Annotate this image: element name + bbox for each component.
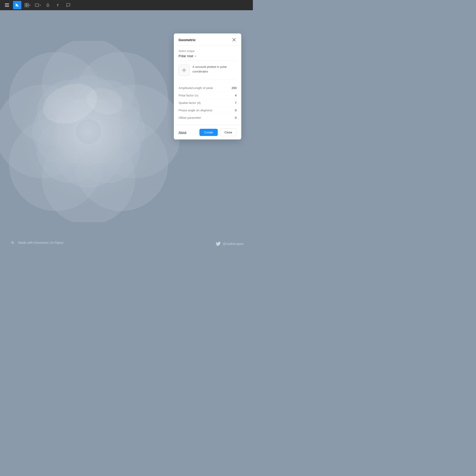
param-value-phase: 0 (235, 109, 237, 112)
geometric-pattern (0, 41, 179, 222)
shape-dropdown[interactable]: Polar rose ▾ (178, 54, 237, 61)
chevron-down-icon: ▾ (195, 55, 196, 57)
param-row-offset: Offset parameter 0 (178, 114, 237, 121)
param-label-phase: Phase angle (in degrees) (178, 109, 212, 112)
svg-rect-2 (5, 6, 9, 7)
dialog-header: Geometric (174, 34, 241, 46)
param-value-spatial: 7 (235, 101, 237, 105)
svg-point-37 (76, 119, 101, 144)
svg-rect-0 (5, 3, 9, 4)
text-tool[interactable]: T (54, 1, 62, 9)
param-row-amplitude: Amplitude/Length of petal 200 (178, 84, 237, 92)
param-label-spatial: Spatial factor (d) (178, 101, 201, 105)
about-button[interactable]: About (178, 131, 187, 134)
svg-rect-1 (5, 5, 9, 5)
watermark-right: @mathscapes (216, 242, 244, 246)
shape-description: A sinusoid plotted in polar coordinates (192, 65, 237, 74)
rectangle-tool[interactable]: ▾ (34, 1, 42, 9)
selected-shape-name: Polar rose (178, 54, 193, 58)
svg-text:T: T (57, 3, 59, 7)
dialog-body: Select shape Polar rose ▾ (174, 46, 241, 125)
dialog-title: Geometric (178, 38, 196, 42)
param-label-amplitude: Amplitude/Length of petal (178, 86, 213, 90)
watermark-right-text: @mathscapes (223, 242, 244, 246)
svg-rect-8 (35, 4, 39, 6)
menu-button[interactable] (3, 1, 11, 9)
pen-tool[interactable] (44, 1, 52, 9)
svg-rect-5 (27, 3, 29, 5)
canvas-area: Geometric Select shape Polar rose ▾ (0, 10, 253, 253)
param-value-offset: 0 (235, 116, 237, 119)
close-icon[interactable] (232, 37, 237, 42)
shape-icon-box (178, 65, 190, 76)
param-row-spatial: Spatial factor (d) 7 (178, 99, 237, 107)
param-label-offset: Offset parameter (178, 116, 201, 119)
params-list: Amplitude/Length of petal 200 Petal fact… (178, 84, 237, 121)
select-shape-label: Select shape (178, 50, 237, 53)
param-row-phase: Phase angle (in degrees) 0 (178, 107, 237, 114)
svg-rect-4 (25, 3, 27, 5)
create-button[interactable]: Create (199, 129, 218, 136)
grid-tool[interactable]: ▾ (23, 1, 32, 9)
select-tool[interactable] (13, 1, 21, 9)
close-button[interactable]: Close (220, 129, 237, 136)
shape-preview: A sinusoid plotted in polar coordinates (178, 65, 237, 80)
comment-tool[interactable] (64, 1, 72, 9)
toolbar: ▾ ▾ T (0, 0, 253, 10)
param-row-petal: Petal factor (n) 4 (178, 92, 237, 99)
svg-rect-7 (27, 5, 29, 7)
geometric-dialog: Geometric Select shape Polar rose ▾ (174, 34, 241, 139)
svg-point-3 (18, 6, 19, 7)
param-value-petal: 4 (235, 94, 237, 97)
watermark-left: Made with Geometric on Figma (9, 239, 64, 246)
dialog-footer: About Create Close (174, 125, 241, 139)
param-value-amplitude: 200 (232, 86, 237, 90)
param-label-petal: Petal factor (n) (178, 94, 198, 97)
watermark-left-text: Made with Geometric on Figma (18, 241, 64, 244)
svg-rect-6 (25, 5, 27, 7)
